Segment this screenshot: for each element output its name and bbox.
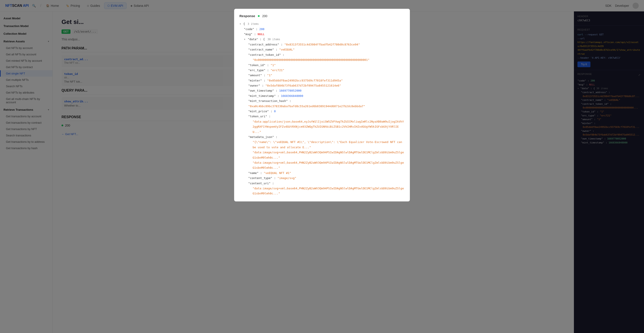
modal-header: Response 200: [240, 14, 404, 18]
modal: Response 200 ▾ { 3 items "code" : 200 "m…: [234, 9, 410, 202]
data-collapse-icon[interactable]: ▾: [244, 38, 246, 41]
collapse-icon[interactable]: ▾: [240, 22, 241, 26]
modal-overlay[interactable]: Response 200 ▾ { 3 items "code" : 200 "m…: [0, 0, 644, 333]
modal-status-dot: [258, 15, 260, 17]
modal-status-code: 200: [262, 14, 267, 18]
modal-json-tree: ▾ { 3 items "code" : 200 "msg" : NULL ▾ …: [240, 21, 404, 196]
modal-title: Response: [240, 14, 255, 18]
